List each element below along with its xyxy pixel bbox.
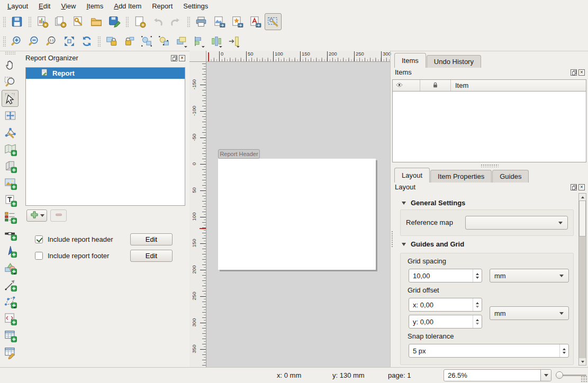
toolbar-drag-handle[interactable] [3, 36, 6, 47]
zoom-slider-handle[interactable] [556, 371, 563, 379]
duplicate-layout-button[interactable] [52, 13, 69, 30]
add-arrow-tool-button[interactable] [2, 276, 19, 293]
save-project-button[interactable] [8, 13, 25, 30]
reference-map-combo[interactable] [465, 216, 568, 230]
zoom-actual-button[interactable]: 1:1 [43, 33, 60, 49]
new-report-button[interactable] [34, 13, 51, 30]
scroll-up-icon[interactable] [579, 194, 586, 200]
add-shape-tool-button[interactable] [2, 259, 19, 276]
add-fixed-table-tool-button[interactable] [2, 344, 19, 361]
horizontal-ruler[interactable]: 050100150200250300 [206, 51, 390, 62]
close-panel-icon[interactable] [578, 69, 585, 76]
add-picture-tool-button[interactable] [2, 175, 19, 192]
zoom-level-input[interactable] [444, 370, 540, 381]
item-column-header[interactable]: Item [451, 80, 586, 91]
close-panel-icon[interactable] [578, 184, 585, 190]
zoom-full-button[interactable] [61, 33, 77, 49]
float-panel-icon[interactable] [571, 69, 577, 76]
grid-offset-x-input[interactable] [409, 298, 473, 311]
zoom-in-button[interactable] [8, 33, 25, 49]
spin-arrows[interactable] [559, 344, 568, 357]
add-items-from-template-button[interactable] [88, 13, 105, 30]
move-item-content-tool-button[interactable] [2, 107, 19, 124]
lock-column-header[interactable] [420, 80, 451, 91]
grid-spacing-unit-combo[interactable]: mm [490, 269, 569, 282]
vertical-scrollbar[interactable] [578, 193, 586, 366]
spin-arrows[interactable] [473, 315, 482, 328]
select-move-item-tool-button[interactable] [2, 90, 19, 107]
unlock-all-items-button[interactable] [121, 33, 137, 49]
scroll-down-icon[interactable] [579, 358, 586, 365]
zoom-tool-button[interactable] [2, 73, 19, 90]
export-as-image-button[interactable] [211, 13, 228, 30]
window-resize-grip[interactable] [581, 376, 587, 382]
toolbar-drag-handle[interactable] [5, 51, 15, 55]
tree-item-report[interactable]: Report [26, 68, 185, 79]
spin-arrows[interactable] [473, 298, 482, 311]
dock-tab-items[interactable]: Items [394, 53, 426, 68]
close-panel-icon[interactable] [179, 55, 185, 61]
ungroup-items-button[interactable] [156, 33, 172, 49]
visibility-column-header[interactable] [393, 80, 420, 91]
zoom-out-button[interactable] [26, 33, 42, 49]
edit-nodes-item-tool-button[interactable] [2, 124, 19, 141]
spin-arrows[interactable] [473, 269, 482, 282]
vertical-ruler[interactable]: -150-100-50050100150200250300350 [189, 62, 206, 368]
menu-report[interactable]: Report [147, 1, 178, 11]
snap-tolerance-input[interactable] [409, 344, 559, 357]
resize-selected-items-button[interactable] [225, 33, 242, 49]
raise-selected-items-button[interactable] [173, 33, 189, 49]
toolbar-drag-handle[interactable] [28, 16, 31, 28]
grid-spacing-input[interactable] [409, 269, 473, 282]
add-node-item-tool-button[interactable] [2, 293, 19, 310]
dock-tab-layout[interactable]: Layout [394, 168, 430, 183]
add-3d-map-tool-button[interactable] [2, 158, 19, 175]
grid-offset-unit-combo[interactable]: mm [490, 306, 569, 320]
include-report-footer-checkbox[interactable] [35, 252, 43, 260]
edit-header-button[interactable]: Edit [130, 233, 173, 245]
toolbar-drag-handle[interactable] [3, 16, 6, 28]
menu-edit[interactable]: Edit [33, 1, 56, 11]
export-as-pdf-button[interactable] [247, 13, 264, 30]
add-north-arrow-tool-button[interactable] [2, 242, 19, 259]
add-html-tool-button[interactable] [2, 310, 19, 327]
layout-properties-button[interactable] [70, 13, 87, 30]
float-panel-icon[interactable] [171, 55, 177, 61]
dock-tab-guides[interactable]: Guides [492, 170, 529, 183]
scrollbar-thumb[interactable] [579, 200, 586, 236]
guides-and-grid-section-header[interactable]: Guides and Grid [402, 240, 464, 248]
print-button[interactable] [193, 13, 210, 30]
toolbar-drag-handle[interactable] [97, 36, 101, 47]
float-panel-icon[interactable] [571, 184, 577, 190]
menu-layout[interactable]: Layout [2, 1, 33, 11]
grid-spacing-spinbox[interactable] [409, 269, 482, 282]
save-as-template-button[interactable] [106, 13, 123, 30]
canvas-viewport[interactable]: Report Header [206, 62, 390, 368]
menu-items[interactable]: Items [81, 1, 108, 11]
menu-add-item[interactable]: Add Item [108, 1, 147, 11]
include-report-header-checkbox[interactable] [35, 235, 43, 243]
add-map-tool-button[interactable] [2, 141, 19, 158]
zoom-level-combo[interactable] [444, 369, 551, 381]
add-label-tool-button[interactable] [2, 192, 19, 208]
add-attribute-table-tool-button[interactable] [2, 327, 19, 344]
general-settings-section-header[interactable]: General Settings [402, 199, 465, 207]
menu-view[interactable]: View [56, 1, 81, 11]
new-layout-button[interactable] [131, 13, 148, 30]
pan-layout-tool-button[interactable] [2, 56, 19, 73]
lock-selected-items-button[interactable] [103, 33, 120, 49]
dock-tab-undo-history[interactable]: Undo History [427, 55, 481, 68]
grid-offset-y-spinbox[interactable] [409, 315, 482, 329]
add-legend-tool-button[interactable] [2, 208, 19, 225]
add-scale-bar-tool-button[interactable] [2, 225, 19, 242]
align-selected-items-button[interactable] [191, 33, 207, 49]
distribute-selected-items-button[interactable] [208, 33, 224, 49]
toolbar-drag-handle[interactable] [125, 16, 129, 28]
menu-settings[interactable]: Settings [178, 1, 213, 11]
add-section-button[interactable] [26, 209, 47, 222]
grid-offset-x-spinbox[interactable] [409, 298, 482, 312]
refresh-view-button[interactable] [78, 33, 95, 49]
zoom-combo-dropdown-button[interactable] [540, 370, 551, 381]
toolbar-drag-handle[interactable] [187, 16, 190, 28]
grid-offset-y-input[interactable] [409, 315, 473, 328]
